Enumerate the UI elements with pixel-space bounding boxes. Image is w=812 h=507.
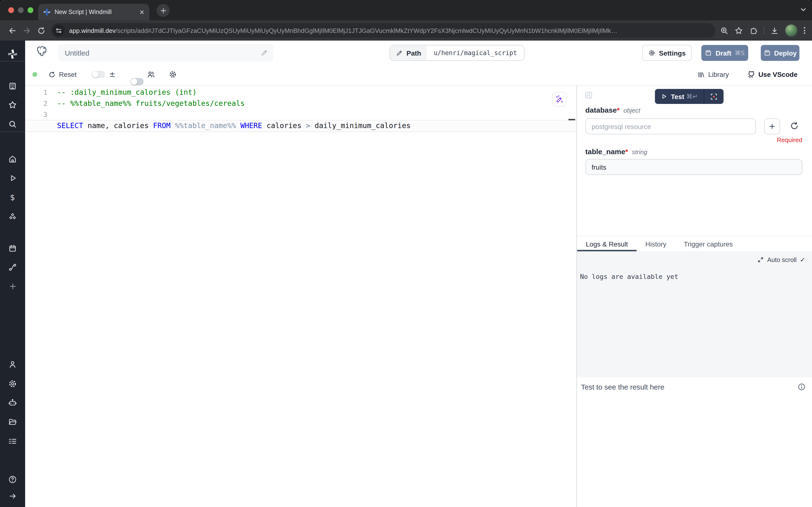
settings-button[interactable]: Settings (642, 45, 692, 61)
tab-history[interactable]: History (637, 236, 675, 251)
info-icon[interactable] (798, 383, 806, 391)
collapse-panel-icon[interactable] (584, 91, 593, 100)
plus-icon (768, 123, 776, 130)
library-button[interactable]: Library (697, 70, 729, 78)
runs-play-icon[interactable] (7, 172, 18, 184)
folders-icon[interactable] (7, 416, 18, 428)
tab-logs-result[interactable]: Logs & Result (577, 236, 637, 251)
windmill-logo[interactable] (7, 48, 18, 60)
add-plus-icon[interactable] (7, 280, 18, 292)
code-line[interactable] (25, 109, 576, 120)
browser-navbar: app.windmill.dev/scripts/add#JTdCJTIyaGF… (0, 20, 812, 41)
download-icon[interactable] (770, 26, 779, 35)
library-label: Library (708, 70, 729, 78)
resources-cubes-icon[interactable] (7, 211, 18, 222)
zoom-in-icon[interactable] (720, 26, 729, 35)
search-icon[interactable] (7, 118, 18, 130)
reset-button[interactable]: Reset (48, 70, 77, 78)
gear-icon (648, 49, 656, 57)
use-vscode-label: Use VScode (758, 70, 798, 78)
tab-trigger-captures[interactable]: Trigger captures (675, 236, 742, 251)
expand-sidebar-arrow-icon[interactable] (7, 490, 18, 502)
forward-button[interactable] (19, 23, 34, 38)
favorites-star-icon[interactable] (7, 99, 18, 111)
result-area: Test to see the result here (577, 378, 812, 507)
settings-gear-icon[interactable] (7, 378, 18, 390)
add-resource-button[interactable] (764, 118, 780, 134)
autoscroll-control[interactable]: Auto scroll ✓ (758, 256, 805, 264)
postgresql-elephant-icon (36, 45, 49, 58)
variables-dollar-icon[interactable]: $ (7, 191, 18, 203)
field-name: database (585, 106, 617, 114)
tab-close-icon[interactable]: ✕ (139, 8, 144, 16)
deploy-button[interactable]: Deploy (761, 45, 800, 61)
user-icon[interactable] (7, 358, 18, 370)
back-button[interactable] (5, 23, 19, 38)
result-empty-message: Test to see the result here (581, 383, 664, 391)
collaborators-icon[interactable] (147, 70, 155, 78)
database-resource-select[interactable]: postgresql resource (585, 118, 756, 134)
code-line[interactable]: -- :daily_minimum_calories (int) (25, 87, 576, 98)
url-domain: app.windmill.dev (69, 27, 116, 34)
close-window-button[interactable] (8, 7, 14, 13)
reset-label: Reset (59, 70, 77, 78)
editor-settings-gear-icon[interactable] (169, 70, 177, 78)
code-editor[interactable]: 1234 -- :daily_minimum_calories (int)-- … (25, 86, 576, 507)
browser-tab[interactable]: New Script | Windmill ✕ (38, 4, 149, 20)
test-button-group[interactable]: Test ⌘↵ (655, 89, 723, 104)
overview-ruler-cursor (568, 119, 575, 120)
ai-assistant-button[interactable] (552, 92, 567, 106)
expand-icon (758, 257, 764, 263)
minimize-window-button[interactable] (18, 7, 24, 13)
table-name-field-label: table_name*string (585, 148, 647, 156)
play-icon (661, 93, 667, 100)
bookmark-star-icon[interactable] (735, 26, 743, 35)
avatar[interactable] (785, 24, 798, 37)
code-lines[interactable]: -- :daily_minimum_calories (int)-- %%tab… (25, 87, 576, 131)
site-settings-icon[interactable] (53, 25, 64, 36)
help-question-icon[interactable] (7, 474, 18, 485)
use-vscode-button[interactable]: Use VScode (747, 70, 798, 78)
required-asterisk: * (625, 148, 628, 156)
autoscroll-label: Auto scroll (767, 256, 797, 264)
divider (0, 61, 25, 61)
required-asterisk: * (617, 106, 620, 114)
traffic-lights[interactable] (8, 7, 33, 13)
schedules-calendar-icon[interactable] (7, 243, 18, 254)
new-tab-button[interactable] (157, 4, 170, 17)
field-type: object (624, 107, 640, 114)
logs-empty-message: No logs are available yet (580, 273, 678, 280)
audit-logs-list-icon[interactable] (7, 436, 18, 447)
edit-pencil-icon (260, 49, 268, 56)
refresh-resources-button[interactable] (790, 121, 799, 130)
editor-toolbar: Reset ± Library Use VScode (25, 64, 812, 85)
home-icon[interactable] (7, 153, 18, 165)
toggle-switch-1[interactable] (92, 71, 105, 78)
extensions-icon[interactable] (749, 26, 757, 35)
test-label: Test (671, 93, 684, 100)
reload-button[interactable] (34, 23, 48, 38)
triggers-route-icon[interactable] (7, 262, 18, 273)
workers-robot-icon[interactable] (7, 397, 18, 408)
deploy-label: Deploy (774, 49, 797, 57)
code-line[interactable]: -- %%table_name%% fruits/vegetables/cere… (25, 98, 576, 109)
menu-dots-icon[interactable] (804, 27, 805, 34)
browser-tabstrip: New Script | Windmill ✕ (0, 0, 812, 20)
address-bar[interactable]: app.windmill.dev/scripts/add#JTdCJTIyaGF… (51, 23, 715, 38)
magic-wand-icon (555, 95, 563, 103)
diff-icon[interactable]: ± (109, 70, 115, 79)
draft-button[interactable]: Draft ⌘S (701, 45, 748, 61)
table-name-input[interactable]: fruits (585, 159, 802, 175)
field-name: table_name (585, 148, 625, 156)
summary-input[interactable]: Untitled (58, 44, 274, 61)
zoom-window-button[interactable] (27, 7, 33, 13)
refresh-icon (48, 71, 56, 78)
path-chip[interactable]: Path u/henri/magical_script (390, 45, 524, 61)
workspace-building-icon[interactable] (7, 80, 18, 92)
url-text: app.windmill.dev/scripts/add#JTdCJTIyaGF… (69, 27, 618, 34)
code-line[interactable]: SELECT name, calories FROM %%table_name%… (25, 120, 576, 131)
toggle-switch-2[interactable] (130, 78, 143, 85)
capture-run-button[interactable] (704, 93, 723, 100)
field-type: string (632, 149, 647, 156)
tab-search-button[interactable] (800, 6, 807, 13)
